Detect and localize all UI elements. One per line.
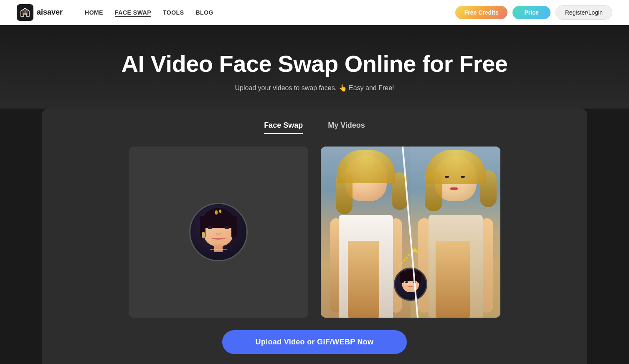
upload-box[interactable] [129,147,308,318]
small-face-thumbnail [394,268,427,301]
tabs: Face Swap My Videos [58,121,571,134]
main-content: Face Swap My Videos [42,109,587,364]
tab-face-swap[interactable]: Face Swap [264,121,303,134]
nav-divider [78,8,78,18]
tab-my-videos[interactable]: My Videos [328,121,365,134]
navbar: aisaver HOME FACE SWAP TOOLS BLOG Free C… [0,0,629,25]
nav-tools[interactable]: TOOLS [163,9,184,16]
result-preview [321,147,500,318]
logo-text: aisaver [37,8,63,17]
face-avatar [189,203,248,261]
navbar-right: Free Credits Price Register/Login [455,5,612,20]
upload-section [58,147,571,318]
logo[interactable]: aisaver [17,4,63,21]
face-avatar-inner [190,204,246,260]
nav-home[interactable]: HOME [85,9,103,16]
logo-icon [17,4,33,21]
upload-button[interactable]: Upload Video or GIF/WEBP Now [222,330,407,354]
nav-blog[interactable]: BLOG [196,9,213,16]
hero-section: AI Video Face Swap Online for Free Uploa… [0,25,629,109]
price-button[interactable]: Price [512,6,550,19]
register-login-button[interactable]: Register/Login [555,5,612,20]
free-credits-button[interactable]: Free Credits [455,6,508,19]
nav-links: HOME FACE SWAP TOOLS BLOG [85,9,213,16]
upload-btn-container: Upload Video or GIF/WEBP Now [58,330,571,354]
hero-subtitle: Upload your videos to swap faces. 👆 Easy… [8,84,621,92]
hero-title: AI Video Face Swap Online for Free [8,50,621,77]
nav-face-swap[interactable]: FACE SWAP [115,9,151,16]
